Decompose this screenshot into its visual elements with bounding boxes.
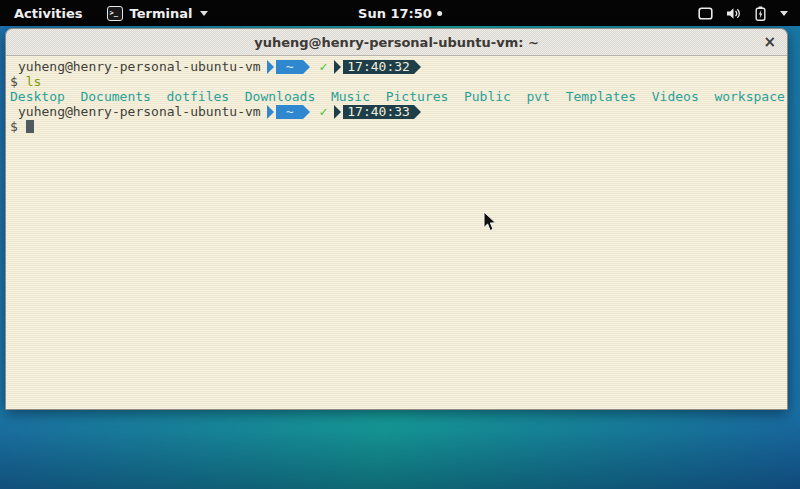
prompt-symbol: $: [10, 74, 18, 89]
prompt-symbol: $: [10, 119, 18, 134]
terminal-content[interactable]: yuheng@henry-personal-ubuntu-vm ~ ✓ 17:4…: [6, 56, 787, 409]
powerline-arrow-icon: [303, 105, 310, 119]
text-cursor: [26, 120, 34, 133]
terminal-window: yuheng@henry-personal-ubuntu-vm: ~ × yuh…: [5, 28, 788, 410]
prompt-user-host: yuheng@henry-personal-ubuntu-vm: [10, 59, 261, 74]
window-titlebar[interactable]: yuheng@henry-personal-ubuntu-vm: ~ ×: [6, 29, 787, 56]
desktop: Activities >_ Terminal Sun 17:50: [0, 0, 800, 489]
directory-name: workspace: [714, 89, 784, 104]
powerline-arrow-icon: [334, 60, 341, 74]
chevron-down-icon: [200, 11, 208, 16]
terminal-icon: >_: [107, 6, 123, 21]
prompt-line: yuheng@henry-personal-ubuntu-vm ~ ✓ 17:4…: [10, 59, 783, 74]
prompt-cwd: ~: [276, 105, 304, 119]
volume-icon: [726, 7, 742, 20]
status-check-icon: ✓: [319, 104, 327, 119]
directory-name: pvt: [527, 89, 550, 104]
battery-charging-icon: [755, 6, 766, 21]
app-menu-label: Terminal: [130, 6, 193, 21]
directory-name: Documents: [80, 89, 150, 104]
directory-name: Desktop: [10, 89, 65, 104]
status-check-icon: ✓: [319, 59, 327, 74]
directory-name: Templates: [566, 89, 636, 104]
clock-label: Sun 17:50: [358, 6, 432, 21]
directory-name: Pictures: [386, 89, 449, 104]
activities-button[interactable]: Activities: [12, 6, 85, 21]
prompt-user-host: yuheng@henry-personal-ubuntu-vm: [10, 104, 261, 119]
directory-name: Public: [464, 89, 511, 104]
command-text: ls: [26, 74, 42, 89]
prompt-cwd: ~: [276, 60, 304, 74]
mouse-pointer-icon: [483, 211, 497, 236]
powerline-arrow-icon: [303, 60, 310, 74]
chevron-down-icon: [780, 11, 788, 16]
system-status-menu[interactable]: [698, 0, 788, 26]
directory-name: dotfiles: [167, 89, 230, 104]
window-title: yuheng@henry-personal-ubuntu-vm: ~: [254, 35, 539, 50]
app-menu-button[interactable]: >_ Terminal: [107, 6, 209, 21]
command-line: $ ls: [10, 74, 783, 89]
close-button[interactable]: ×: [763, 35, 776, 50]
top-bar: Activities >_ Terminal Sun 17:50: [0, 0, 800, 26]
prompt-time: 17:40:33: [343, 105, 414, 119]
powerline-arrow-icon: [334, 105, 341, 119]
display-icon: [698, 7, 713, 20]
powerline-arrow-icon: [414, 105, 421, 119]
powerline-arrow-icon: [414, 60, 421, 74]
directory-name: Downloads: [245, 89, 315, 104]
directory-name: Music: [331, 89, 370, 104]
directory-name: Videos: [652, 89, 699, 104]
notification-dot-icon: [437, 11, 442, 16]
ls-output-line: DesktopDocumentsdotfilesDownloadsMusicPi…: [10, 89, 783, 104]
prompt-line: yuheng@henry-personal-ubuntu-vm ~ ✓ 17:4…: [10, 104, 783, 119]
clock-button[interactable]: Sun 17:50: [358, 0, 442, 26]
command-line: $: [10, 119, 783, 134]
prompt-time: 17:40:32: [343, 60, 414, 74]
powerline-arrow-icon: [267, 60, 274, 74]
powerline-arrow-icon: [267, 105, 274, 119]
